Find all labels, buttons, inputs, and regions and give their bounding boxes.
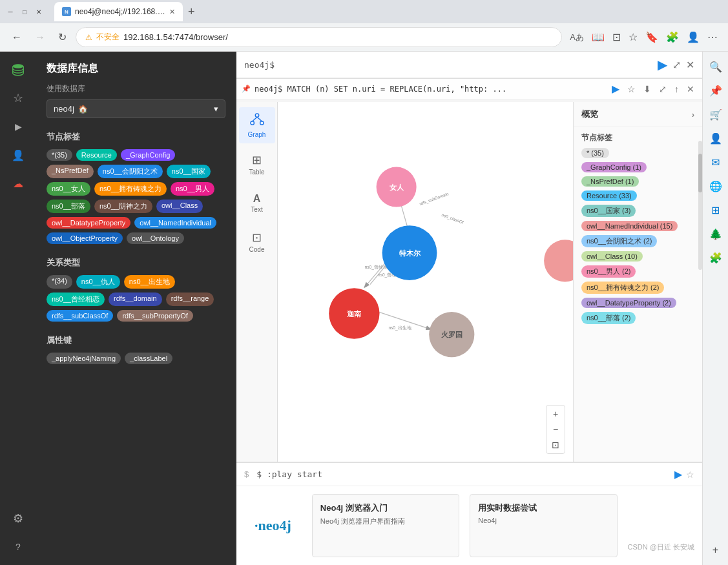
svg-line-5 (257, 117, 262, 121)
tab-code[interactable]: ⊡ Code (239, 223, 275, 260)
sidebar-apps-icon[interactable]: ⊞ (707, 200, 723, 220)
overview-tag[interactable]: owl__DatatypeProperty (2) (574, 296, 702, 310)
sidebar-icon-person[interactable]: 👤 (5, 142, 31, 168)
node-tag[interactable]: ns0__阴神之力 (94, 200, 152, 213)
node-tag[interactable]: owl__ObjectProperty (47, 232, 123, 244)
reload-button[interactable]: ↻ (54, 28, 70, 46)
sidebar-icon-cloud[interactable]: ☁ (5, 170, 31, 196)
node-tag[interactable]: ns0__国家 (167, 165, 211, 178)
node-tag[interactable]: owl__NamedIndividual (134, 217, 216, 229)
node-tag[interactable]: owl__DatatypeProperty (47, 217, 130, 229)
sidebar-icon-favorites[interactable]: ☆ (5, 85, 31, 111)
new-tab-button[interactable]: + (185, 5, 198, 19)
sidebar-translate-icon[interactable]: 🌐 (705, 176, 726, 196)
extension-icon[interactable]: 🧩 (663, 28, 681, 46)
fav-icon[interactable]: ☆ (626, 28, 640, 46)
overview-tag[interactable]: _GraphConfig (1) (574, 160, 702, 174)
result-star-button[interactable]: ☆ (625, 83, 638, 96)
result-download-button[interactable]: ⬇ (641, 83, 654, 96)
tab-graph[interactable]: Graph (239, 107, 275, 143)
relation-tag[interactable]: rdfs__range (166, 293, 214, 306)
close-panel-button[interactable]: ✕ (686, 59, 694, 71)
property-tag[interactable]: _classLabel (125, 353, 172, 364)
overview-tag[interactable]: owl__NamedIndividual (15) (574, 219, 702, 233)
profile-icon[interactable]: 👤 (684, 28, 702, 46)
address-bar[interactable]: ⚠ 不安全 192.168.1.54:7474/browser/ (76, 27, 562, 47)
sidebar-tree-icon[interactable]: 🌲 (705, 224, 726, 244)
node-tag[interactable]: Resource (76, 149, 117, 161)
node-tag[interactable]: *(35) (47, 149, 72, 161)
node-tag[interactable]: ns0__部落 (47, 200, 90, 213)
node-tag[interactable]: ns0__女人 (47, 182, 90, 196)
close-button[interactable]: ✕ (34, 6, 44, 17)
node-tag[interactable]: ns0__会阴阳之术 (98, 165, 163, 178)
sidebar-icon-help[interactable]: ? (5, 534, 31, 560)
overview-tag[interactable]: Resource (33) (574, 189, 702, 203)
property-tag[interactable]: _applyNeo4jNaming (47, 353, 121, 364)
relation-tag[interactable]: ns0__曾经相恋 (47, 293, 105, 306)
relation-tag[interactable]: rdfs__domain (109, 293, 162, 306)
overview-tag[interactable]: _NsPrefDef (1) (574, 174, 702, 189)
maximize-button[interactable]: □ (19, 6, 30, 17)
sidebar-icon-play[interactable]: ▶ (5, 114, 31, 139)
relation-tag[interactable]: *(34) (47, 275, 72, 289)
forward-button[interactable]: → (31, 29, 49, 46)
maximize-panel-button[interactable]: ⤢ (672, 59, 681, 71)
relation-tag[interactable]: rdfs__subClassOf (47, 310, 113, 322)
sidebar-icon-settings[interactable]: ⚙ (5, 506, 31, 531)
node-tag[interactable]: ns0__男人 (171, 182, 214, 196)
run-query-button[interactable]: ▶ (658, 57, 667, 72)
zoom-out-button[interactable]: − (548, 422, 563, 437)
zoom-in-button[interactable]: + (548, 407, 563, 421)
zoom-fit-button[interactable]: ⊡ (548, 438, 563, 452)
window-controls[interactable]: ─ □ ✕ (5, 6, 44, 17)
node-partial[interactable] (544, 240, 573, 282)
result-close-button[interactable]: ✕ (684, 83, 697, 96)
relation-tag[interactable]: rdfs__subPropertyOf (117, 310, 193, 322)
collection-icon[interactable]: 🔖 (643, 28, 661, 46)
node-tag[interactable]: _GraphConfig (121, 149, 176, 161)
sidebar-puzzle-icon[interactable]: 🧩 (705, 248, 726, 268)
node-tag[interactable]: _NsPrefDef (47, 165, 94, 178)
node-tag[interactable]: owl__Class (156, 200, 203, 213)
relation-tag[interactable]: ns0__出生地 (124, 275, 175, 289)
overview-header: 概览 › (574, 102, 702, 127)
read-mode-icon[interactable]: 📖 (589, 28, 607, 46)
more-icon[interactable]: ⋯ (705, 28, 720, 46)
sidebar-search-icon[interactable]: 🔍 (705, 57, 726, 77)
result-minimize-button[interactable]: ↑ (672, 83, 681, 96)
back-button[interactable]: ← (8, 29, 26, 46)
translate-icon[interactable]: Aあ (567, 29, 587, 46)
node-tag[interactable]: ns0__拥有铸魂之力 (94, 182, 167, 196)
graph-canvas[interactable]: rdfs_subDomain ns0_曾经相恋 ns0_曾经相恋 ns0_出生地… (278, 102, 573, 462)
tab-table[interactable]: ⊞ Table (239, 146, 275, 182)
relation-tag[interactable]: ns0__仇人 (76, 275, 120, 289)
sidebar-account-icon[interactable]: 👤 (705, 128, 726, 149)
overview-tag[interactable]: ns0__国家 (3) (574, 203, 702, 219)
overview-expand-icon[interactable]: › (692, 110, 694, 119)
result-run-button[interactable]: ▶ (609, 81, 622, 96)
overview-tag[interactable]: ns0__会阴阳之术 (2) (574, 233, 702, 249)
tab-text[interactable]: A Text (239, 185, 275, 221)
overview-tag[interactable]: owl__Class (10) (574, 249, 702, 263)
bottom-star-button[interactable]: ☆ (686, 469, 694, 480)
overview-title: 概览 (581, 108, 598, 120)
result-expand-button[interactable]: ⤢ (656, 83, 669, 96)
db-select[interactable]: neo4j 🏠 ▾ (47, 99, 225, 118)
overview-tag[interactable]: ns0__拥有铸魂之力 (2) (574, 280, 702, 296)
sidebar-shopping-icon[interactable]: 🛒 (705, 105, 726, 125)
split-screen-icon[interactable]: ⊡ (610, 28, 623, 46)
overview-tag[interactable]: * (35) (574, 146, 702, 160)
scrollbar-thumb[interactable] (698, 154, 702, 192)
bottom-run-button[interactable]: ▶ (674, 468, 682, 480)
active-tab[interactable]: N neo4j@neo4j;//192.168.1.54:768... ✕ (54, 2, 183, 21)
overview-tag[interactable]: ns0__部落 (2) (574, 310, 702, 326)
overview-tag[interactable]: ns0__男人 (2) (574, 263, 702, 280)
sidebar-pin-icon[interactable]: 📌 (705, 81, 726, 101)
node-tag[interactable]: owl__Ontology (127, 232, 184, 244)
sidebar-add-icon[interactable]: + (709, 540, 722, 560)
minimize-button[interactable]: ─ (5, 6, 16, 17)
tab-close-button[interactable]: ✕ (169, 8, 175, 16)
sidebar-email-icon[interactable]: ✉ (707, 152, 723, 172)
sidebar-icon-database[interactable] (5, 57, 31, 83)
